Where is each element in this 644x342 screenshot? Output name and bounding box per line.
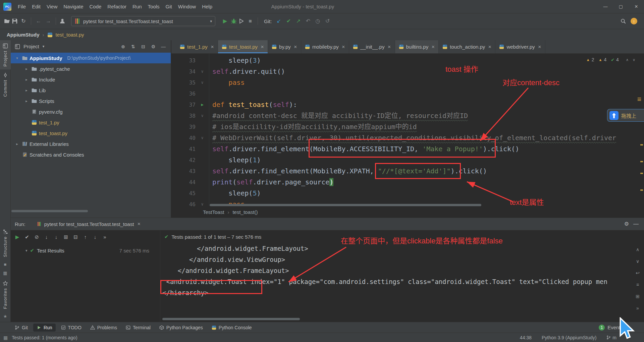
code-line[interactable]: 41self.driver.find_element(MobileBy.ACCE… bbox=[171, 144, 644, 155]
scroll-to-end-icon[interactable]: ≡ bbox=[634, 281, 641, 288]
run-config-selector[interactable]: pytest for test_toast.TestToast.test_toa… bbox=[71, 16, 215, 26]
editor-tab-webdriverpy[interactable]: webdriver.py✕ bbox=[495, 40, 545, 53]
editor-tab-builtinspy[interactable]: builtins.py✕ bbox=[395, 40, 439, 53]
tab-close-icon[interactable]: ✕ bbox=[261, 45, 264, 49]
collapse-all-icon[interactable]: ⊟ bbox=[140, 43, 147, 51]
tab-close-icon[interactable]: ✕ bbox=[342, 45, 345, 49]
code-line[interactable]: 44print(self.driver.page_source) bbox=[171, 177, 644, 188]
code-line[interactable]: 38∨#android content-desc 就是对应 accibility… bbox=[171, 110, 644, 121]
code-line[interactable]: 37▶def test_toast(self): bbox=[171, 99, 644, 110]
open-folder-icon[interactable] bbox=[4, 18, 10, 24]
editor-tab-testtoastpy[interactable]: test_toast.py✕ bbox=[218, 40, 268, 53]
tree-arrow-icon[interactable]: ▸ bbox=[23, 88, 30, 93]
gear-icon[interactable]: ⚙ bbox=[623, 220, 631, 228]
tab-close-icon[interactable]: ✕ bbox=[387, 45, 391, 49]
caret-position[interactable]: 44:38 bbox=[520, 335, 532, 340]
tab-close-icon[interactable]: ✕ bbox=[488, 45, 491, 49]
menu-help[interactable]: Help bbox=[199, 2, 215, 11]
menu-edit[interactable]: Edit bbox=[29, 2, 44, 11]
tree-arrow-icon[interactable]: ▸ bbox=[23, 67, 30, 71]
hide-panel-icon[interactable]: — bbox=[632, 220, 640, 228]
sync-icon[interactable]: ↻ bbox=[19, 17, 28, 25]
git-branch[interactable]: m bbox=[606, 335, 616, 340]
stop-button[interactable]: ■ bbox=[246, 17, 254, 25]
rerun-icon[interactable]: ▶ bbox=[13, 233, 22, 241]
project-panel-title[interactable]: Project bbox=[23, 44, 39, 49]
console-hscrollbar[interactable] bbox=[162, 318, 300, 320]
next-error-icon[interactable]: ∨ bbox=[633, 58, 635, 62]
breadcrumb-project[interactable]: AppiumStudy bbox=[7, 32, 40, 38]
menu-view[interactable]: View bbox=[44, 2, 60, 11]
test-results-row[interactable]: ▾ ✔ Test Results 7 sec 576 ms bbox=[11, 245, 160, 256]
previous-failed-test-icon[interactable]: ↑ bbox=[81, 233, 90, 241]
gear-icon[interactable]: ⚙ bbox=[150, 43, 157, 51]
toolwindow-button-run[interactable]: Run bbox=[33, 324, 56, 332]
project-tree-item[interactable]: ▸Include bbox=[11, 74, 171, 85]
tab-close-icon[interactable]: ✕ bbox=[294, 45, 297, 49]
menu-git[interactable]: Git bbox=[163, 2, 175, 11]
project-hscrollbar[interactable] bbox=[11, 210, 88, 212]
sort-alphabetically-icon[interactable]: ↓ bbox=[42, 233, 51, 241]
code-line[interactable]: 35∨ pass bbox=[171, 77, 644, 88]
run-tab[interactable]: pytest for test_toast.TestToast.test_toa… bbox=[34, 218, 144, 230]
debug-button[interactable] bbox=[231, 18, 237, 24]
breadcrumb-class[interactable]: TestToast bbox=[203, 209, 224, 215]
expand-all-icon[interactable]: ⊞ bbox=[61, 233, 70, 241]
tool-window-switcher-icon[interactable]: ▦ bbox=[3, 335, 8, 340]
next-failed-test-icon[interactable]: ↓ bbox=[91, 233, 100, 241]
fold-icon[interactable]: ∨ bbox=[196, 110, 209, 121]
editor-tab-initpy[interactable]: __init__.py✕ bbox=[349, 40, 395, 53]
inspection-warning[interactable]: ▲4 bbox=[598, 57, 606, 62]
menu-file[interactable]: File bbox=[15, 2, 29, 11]
history-icon[interactable]: ◷ bbox=[314, 17, 322, 25]
more-icon[interactable]: » bbox=[634, 304, 641, 312]
menu-code[interactable]: Code bbox=[86, 2, 104, 11]
code-line[interactable]: 42 sleep(1) bbox=[171, 155, 644, 166]
git-commit-button[interactable]: ✔ bbox=[284, 17, 292, 25]
save-icon[interactable] bbox=[12, 18, 18, 24]
print-icon[interactable]: ⊞ bbox=[634, 293, 641, 300]
tool-button-misc[interactable]: ■ bbox=[0, 260, 11, 269]
drag-notification[interactable]: 拖拽上 bbox=[607, 109, 644, 122]
notification-menu-icon[interactable]: ≡ bbox=[637, 95, 641, 103]
rerun-failed-icon[interactable]: ✔ bbox=[22, 233, 32, 241]
tool-button-project[interactable]: Project bbox=[0, 40, 11, 69]
previous-error-icon[interactable]: ∧ bbox=[626, 58, 629, 62]
collapse-all-icon[interactable]: ⊟ bbox=[71, 233, 80, 241]
search-everywhere-icon[interactable] bbox=[620, 18, 626, 24]
git-push-button[interactable]: ↗ bbox=[294, 17, 302, 25]
minimize-button[interactable]: — bbox=[598, 0, 613, 13]
menu-refactor[interactable]: Refactor bbox=[104, 2, 129, 11]
run-button[interactable]: ▶ bbox=[221, 17, 229, 25]
error-stripe-mark[interactable] bbox=[640, 173, 643, 174]
code-line[interactable]: 40∨# WebDriverWait(self.driver, 30).unti… bbox=[171, 132, 644, 144]
inspection-ok[interactable]: ✔4 bbox=[611, 57, 619, 62]
code-line[interactable]: 45 sleep(5) bbox=[171, 188, 644, 199]
git-revert-button[interactable]: ↶ bbox=[304, 17, 312, 25]
code-line[interactable]: 43self.driver.find_element(MobileBy.XPAT… bbox=[171, 166, 644, 177]
more-icon[interactable]: » bbox=[100, 233, 109, 241]
toolwindow-button-todo[interactable]: TODO bbox=[58, 324, 85, 332]
editor-tab-mobilebypy[interactable]: mobileby.py✕ bbox=[301, 40, 349, 53]
tab-close-icon[interactable]: ✕ bbox=[211, 45, 214, 49]
tree-arrow-icon[interactable]: ▾ bbox=[14, 56, 20, 60]
tab-close-icon[interactable]: ✕ bbox=[431, 45, 435, 49]
editor-hscrollbar[interactable] bbox=[210, 204, 481, 206]
project-tree-item[interactable]: pyvenv.cfg bbox=[11, 106, 171, 117]
fold-icon[interactable]: ∨ bbox=[196, 199, 209, 206]
forward-icon[interactable]: → bbox=[44, 17, 52, 25]
code-area[interactable]: 33 sleep(3)34∨self.driver.quit()35∨ pass… bbox=[171, 54, 644, 206]
fold-icon[interactable]: ∨ bbox=[196, 132, 209, 144]
soft-wrap-icon[interactable]: ↩ bbox=[634, 269, 641, 277]
project-tree-item[interactable]: test_toast.py bbox=[11, 128, 171, 138]
editor-tab-touchactionpy[interactable]: touch_action.py✕ bbox=[439, 40, 495, 53]
tree-arrow-icon[interactable]: ▸ bbox=[23, 99, 30, 103]
error-stripe-mark[interactable] bbox=[640, 161, 643, 162]
tree-arrow-icon[interactable]: ▸ bbox=[23, 77, 30, 82]
expand-collapse-icon[interactable]: ⇅ bbox=[130, 43, 137, 51]
close-button[interactable]: ✕ bbox=[629, 0, 644, 13]
code-line[interactable]: 33 sleep(3) bbox=[171, 55, 644, 66]
stop-icon[interactable]: ⊘ bbox=[32, 233, 41, 241]
tool-button-misc[interactable]: ▦ bbox=[0, 269, 11, 278]
status-message[interactable]: Tests passed: 1 (moments ago) bbox=[12, 335, 77, 340]
